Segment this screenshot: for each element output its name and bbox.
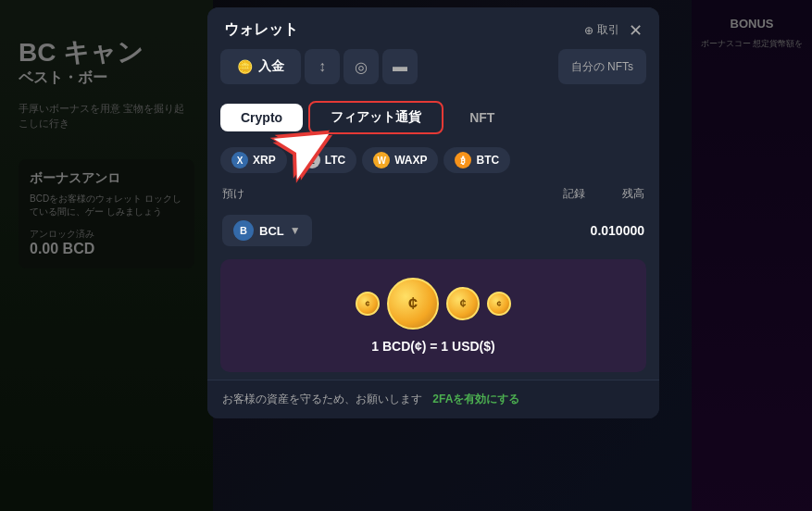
waxp-label: WAXP bbox=[394, 154, 427, 167]
balance-amount: 0.010000 bbox=[591, 223, 644, 238]
withdraw-tab[interactable]: ↕ bbox=[305, 49, 340, 84]
icon-tabs-row: 🪙 入金 ↕ ◎ ▬ 自分の NFTs bbox=[207, 49, 659, 93]
deposit-icon: 🪙 bbox=[237, 59, 253, 74]
btc-label: BTC bbox=[476, 154, 499, 167]
ltc-label: LTC bbox=[325, 154, 345, 167]
balance-col-label: 残高 bbox=[622, 186, 644, 202]
ltc-icon: Ł bbox=[304, 152, 320, 168]
settings-tab[interactable]: ◎ bbox=[344, 49, 379, 84]
small-coin-right: ¢ bbox=[487, 292, 511, 316]
small-coin-left: ¢ bbox=[356, 292, 380, 316]
modal-title: ウォレット bbox=[224, 20, 298, 40]
tx-label: 取引 bbox=[597, 22, 619, 38]
balance-headers: 預け 記録 残高 bbox=[207, 179, 659, 209]
tx-icon: ⊕ bbox=[584, 24, 593, 37]
xrp-icon: X bbox=[231, 152, 248, 168]
bcd-promo: ¢ ¢ ¢ ¢ 1 BCD(¢) = 1 USD($) bbox=[220, 259, 646, 372]
currency-selector[interactable]: B BCL ▼ bbox=[222, 215, 312, 246]
security-notice: お客様の資産を守るため、お願いします 2FAを有効にする bbox=[207, 380, 659, 418]
currency-name: BCL bbox=[259, 224, 284, 238]
modal-header-right: ⊕ 取引 ✕ bbox=[584, 22, 643, 39]
tab-fiat[interactable]: フィアット通貨 bbox=[308, 101, 443, 134]
coin-tab-xrp[interactable]: X XRP bbox=[220, 147, 287, 173]
record-col-label: 記録 bbox=[563, 186, 585, 202]
deposit-button[interactable]: 🪙 入金 bbox=[220, 49, 301, 84]
twofa-link[interactable]: 2FAを有効にする bbox=[432, 392, 519, 407]
security-text: お客様の資産を守るため、お願いします bbox=[222, 392, 422, 407]
medium-coin: ¢ bbox=[446, 287, 480, 320]
deposit-col-label: 預け bbox=[222, 186, 244, 202]
currency-tabs: Crypto フィアット通貨 NFT bbox=[207, 93, 659, 142]
coin-tab-btc[interactable]: ₿ BTC bbox=[443, 147, 510, 173]
waxp-icon: W bbox=[373, 152, 390, 168]
coin-tab-ltc[interactable]: Ł LTC bbox=[293, 147, 356, 173]
close-button[interactable]: ✕ bbox=[629, 22, 643, 39]
currency-selector-row: B BCL ▼ 0.010000 bbox=[207, 209, 659, 252]
chevron-down-icon: ▼ bbox=[290, 224, 301, 237]
bcd-equation: 1 BCD(¢) = 1 USD($) bbox=[371, 339, 494, 354]
xrp-label: XRP bbox=[253, 154, 276, 167]
modal-header: ウォレット ⊕ 取引 ✕ bbox=[207, 7, 659, 49]
bcd-coins: ¢ ¢ ¢ ¢ bbox=[356, 278, 511, 330]
btc-icon: ₿ bbox=[455, 152, 471, 168]
bcl-icon: B bbox=[233, 220, 254, 241]
tab-nft[interactable]: NFT bbox=[449, 104, 515, 131]
tx-link[interactable]: ⊕ 取引 bbox=[584, 22, 619, 38]
deposit-label: 入金 bbox=[258, 58, 284, 75]
wallet-modal: ウォレット ⊕ 取引 ✕ 🪙 入金 ↕ ◎ ▬ 自分の NFTs Crypto … bbox=[207, 7, 659, 418]
coin-tabs-row: X XRP Ł LTC W WAXP ₿ BTC bbox=[207, 142, 659, 179]
card-tab[interactable]: ▬ bbox=[382, 49, 418, 84]
main-coin: ¢ bbox=[387, 278, 439, 330]
tab-crypto[interactable]: Crypto bbox=[220, 104, 303, 131]
coin-tab-waxp[interactable]: W WAXP bbox=[362, 147, 438, 173]
nft-button[interactable]: 自分の NFTs bbox=[558, 49, 646, 84]
